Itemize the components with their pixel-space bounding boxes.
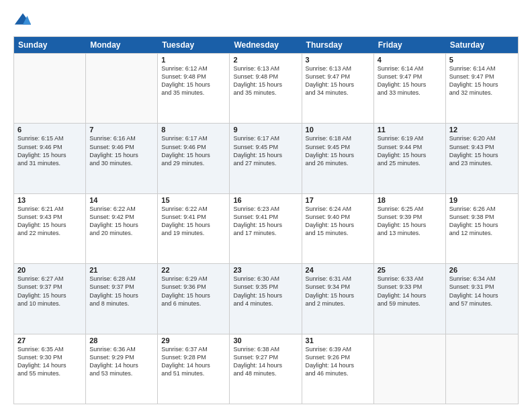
day-number: 27: [17, 336, 82, 345]
day-cell-9: 9Sunrise: 6:17 AMSunset: 9:45 PMDaylight…: [230, 124, 302, 193]
calendar-row-5: 27Sunrise: 6:35 AMSunset: 9:30 PMDayligh…: [14, 334, 518, 404]
day-info: Sunrise: 6:22 AMSunset: 9:41 PMDaylight:…: [161, 205, 226, 238]
calendar-body: 1Sunrise: 6:12 AMSunset: 9:48 PMDaylight…: [14, 53, 518, 404]
day-info: Sunrise: 6:34 AMSunset: 9:31 PMDaylight:…: [449, 275, 515, 308]
day-cell-13: 13Sunrise: 6:21 AMSunset: 9:43 PMDayligh…: [14, 194, 86, 263]
day-info: Sunrise: 6:16 AMSunset: 9:46 PMDaylight:…: [89, 134, 154, 167]
day-cell-25: 25Sunrise: 6:33 AMSunset: 9:33 PMDayligh…: [374, 264, 446, 333]
day-cell-16: 16Sunrise: 6:23 AMSunset: 9:41 PMDayligh…: [230, 194, 302, 263]
day-cell-19: 19Sunrise: 6:26 AMSunset: 9:38 PMDayligh…: [446, 194, 518, 263]
day-number: 20: [17, 266, 82, 274]
day-number: 13: [17, 196, 82, 204]
logo-icon: [13, 11, 32, 30]
header-day-sunday: Sunday: [14, 37, 86, 53]
day-info: Sunrise: 6:36 AMSunset: 9:29 PMDaylight:…: [89, 345, 154, 378]
day-cell-27: 27Sunrise: 6:35 AMSunset: 9:30 PMDayligh…: [14, 334, 86, 404]
header-day-friday: Friday: [374, 37, 446, 53]
day-cell-23: 23Sunrise: 6:30 AMSunset: 9:35 PMDayligh…: [230, 264, 302, 333]
header-day-tuesday: Tuesday: [158, 37, 230, 53]
day-info: Sunrise: 6:17 AMSunset: 9:45 PMDaylight:…: [233, 134, 298, 167]
header-day-monday: Monday: [86, 37, 158, 53]
logo: [13, 11, 35, 30]
calendar-row-4: 20Sunrise: 6:27 AMSunset: 9:37 PMDayligh…: [14, 263, 518, 333]
empty-cell: [374, 334, 446, 404]
day-info: Sunrise: 6:12 AMSunset: 9:48 PMDaylight:…: [161, 64, 226, 97]
day-cell-4: 4Sunrise: 6:14 AMSunset: 9:47 PMDaylight…: [374, 54, 446, 123]
day-number: 26: [449, 266, 515, 274]
day-info: Sunrise: 6:30 AMSunset: 9:35 PMDaylight:…: [233, 275, 298, 308]
day-info: Sunrise: 6:21 AMSunset: 9:43 PMDaylight:…: [17, 205, 82, 238]
calendar-row-1: 1Sunrise: 6:12 AMSunset: 9:48 PMDaylight…: [14, 53, 518, 123]
day-number: 15: [161, 196, 226, 204]
day-number: 31: [306, 336, 370, 345]
day-info: Sunrise: 6:25 AMSunset: 9:39 PMDaylight:…: [378, 205, 442, 238]
day-number: 12: [449, 126, 515, 134]
day-cell-20: 20Sunrise: 6:27 AMSunset: 9:37 PMDayligh…: [14, 264, 86, 333]
day-cell-28: 28Sunrise: 6:36 AMSunset: 9:29 PMDayligh…: [86, 334, 158, 404]
day-number: 30: [233, 336, 298, 345]
day-cell-22: 22Sunrise: 6:29 AMSunset: 9:36 PMDayligh…: [158, 264, 230, 333]
day-number: 5: [449, 56, 515, 64]
day-info: Sunrise: 6:27 AMSunset: 9:37 PMDaylight:…: [17, 275, 82, 308]
page: SundayMondayTuesdayWednesdayThursdayFrid…: [0, 0, 532, 411]
day-cell-7: 7Sunrise: 6:16 AMSunset: 9:46 PMDaylight…: [86, 124, 158, 193]
day-number: 8: [161, 126, 226, 134]
day-info: Sunrise: 6:26 AMSunset: 9:38 PMDaylight:…: [449, 205, 515, 238]
day-cell-2: 2Sunrise: 6:13 AMSunset: 9:48 PMDaylight…: [230, 54, 302, 123]
day-info: Sunrise: 6:19 AMSunset: 9:44 PMDaylight:…: [378, 134, 442, 167]
day-cell-8: 8Sunrise: 6:17 AMSunset: 9:46 PMDaylight…: [158, 124, 230, 193]
day-info: Sunrise: 6:31 AMSunset: 9:34 PMDaylight:…: [306, 275, 370, 308]
day-cell-1: 1Sunrise: 6:12 AMSunset: 9:48 PMDaylight…: [158, 54, 230, 123]
calendar-row-3: 13Sunrise: 6:21 AMSunset: 9:43 PMDayligh…: [14, 193, 518, 263]
empty-cell: [14, 54, 86, 123]
day-info: Sunrise: 6:13 AMSunset: 9:48 PMDaylight:…: [233, 64, 298, 97]
empty-cell: [446, 334, 518, 404]
day-info: Sunrise: 6:39 AMSunset: 9:26 PMDaylight:…: [306, 345, 370, 378]
day-info: Sunrise: 6:24 AMSunset: 9:40 PMDaylight:…: [306, 205, 370, 238]
day-cell-5: 5Sunrise: 6:14 AMSunset: 9:47 PMDaylight…: [446, 54, 518, 123]
day-number: 18: [378, 196, 442, 204]
day-number: 6: [17, 126, 82, 134]
day-number: 11: [378, 126, 442, 134]
day-info: Sunrise: 6:15 AMSunset: 9:46 PMDaylight:…: [17, 134, 82, 167]
header-day-saturday: Saturday: [446, 37, 518, 53]
day-number: 4: [378, 56, 442, 64]
day-number: 2: [233, 56, 298, 64]
day-cell-14: 14Sunrise: 6:22 AMSunset: 9:42 PMDayligh…: [86, 194, 158, 263]
day-info: Sunrise: 6:20 AMSunset: 9:43 PMDaylight:…: [449, 134, 515, 167]
day-number: 24: [306, 266, 370, 274]
day-cell-31: 31Sunrise: 6:39 AMSunset: 9:26 PMDayligh…: [302, 334, 374, 404]
day-cell-6: 6Sunrise: 6:15 AMSunset: 9:46 PMDaylight…: [14, 124, 86, 193]
day-cell-24: 24Sunrise: 6:31 AMSunset: 9:34 PMDayligh…: [302, 264, 374, 333]
day-number: 10: [306, 126, 370, 134]
day-cell-18: 18Sunrise: 6:25 AMSunset: 9:39 PMDayligh…: [374, 194, 446, 263]
day-number: 21: [89, 266, 154, 274]
day-cell-30: 30Sunrise: 6:38 AMSunset: 9:27 PMDayligh…: [230, 334, 302, 404]
day-number: 29: [161, 336, 226, 345]
day-cell-26: 26Sunrise: 6:34 AMSunset: 9:31 PMDayligh…: [446, 264, 518, 333]
day-cell-12: 12Sunrise: 6:20 AMSunset: 9:43 PMDayligh…: [446, 124, 518, 193]
day-cell-3: 3Sunrise: 6:13 AMSunset: 9:47 PMDaylight…: [302, 54, 374, 123]
day-info: Sunrise: 6:17 AMSunset: 9:46 PMDaylight:…: [161, 134, 226, 167]
empty-cell: [86, 54, 158, 123]
day-info: Sunrise: 6:14 AMSunset: 9:47 PMDaylight:…: [378, 64, 442, 97]
day-number: 1: [161, 56, 226, 64]
day-number: 19: [449, 196, 515, 204]
day-info: Sunrise: 6:37 AMSunset: 9:28 PMDaylight:…: [161, 345, 226, 378]
day-number: 23: [233, 266, 298, 274]
day-info: Sunrise: 6:18 AMSunset: 9:45 PMDaylight:…: [306, 134, 370, 167]
header-day-thursday: Thursday: [302, 37, 374, 53]
day-info: Sunrise: 6:29 AMSunset: 9:36 PMDaylight:…: [161, 275, 226, 308]
day-cell-15: 15Sunrise: 6:22 AMSunset: 9:41 PMDayligh…: [158, 194, 230, 263]
day-cell-17: 17Sunrise: 6:24 AMSunset: 9:40 PMDayligh…: [302, 194, 374, 263]
day-number: 17: [306, 196, 370, 204]
header: [13, 11, 519, 30]
day-info: Sunrise: 6:38 AMSunset: 9:27 PMDaylight:…: [233, 345, 298, 378]
calendar-row-2: 6Sunrise: 6:15 AMSunset: 9:46 PMDaylight…: [14, 123, 518, 193]
day-info: Sunrise: 6:14 AMSunset: 9:47 PMDaylight:…: [449, 64, 515, 97]
day-info: Sunrise: 6:28 AMSunset: 9:37 PMDaylight:…: [89, 275, 154, 308]
day-cell-11: 11Sunrise: 6:19 AMSunset: 9:44 PMDayligh…: [374, 124, 446, 193]
day-number: 14: [89, 196, 154, 204]
day-number: 7: [89, 126, 154, 134]
day-info: Sunrise: 6:22 AMSunset: 9:42 PMDaylight:…: [89, 205, 154, 238]
